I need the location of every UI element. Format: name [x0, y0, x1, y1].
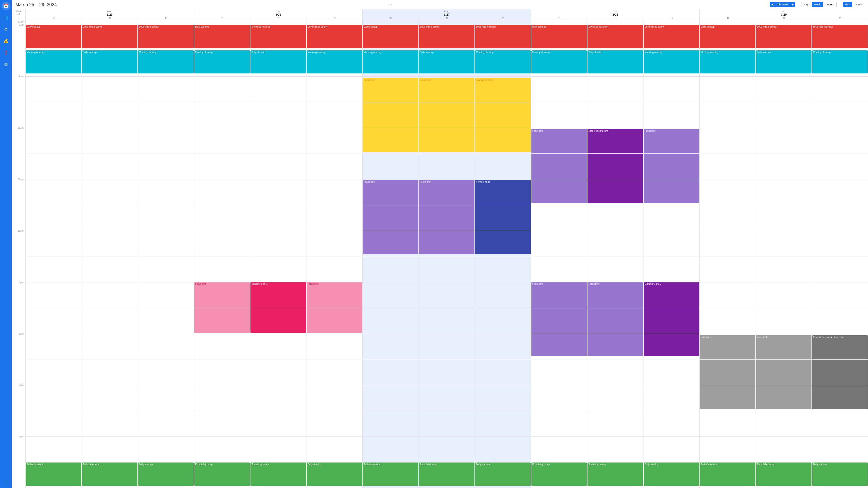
help-icon[interactable]: ❓ — [2, 49, 10, 57]
sidebar: 📅 👥 ⚙ 💰 ❓ ✉ 👤 — [0, 0, 12, 488]
event-thu-j2-leadership[interactable]: Leadership Meeting — [587, 129, 643, 203]
event-fri-j1-standup[interactable]: Daily standup — [700, 25, 755, 48]
event-tue-j3-mplan[interactable]: Morning planning — [307, 51, 362, 74]
event-mon-j3-standup[interactable]: Daily standup — [138, 462, 194, 486]
event-fri-j3-drive[interactable]: Drive kids to school — [812, 25, 868, 48]
event-thu-j3-mplan[interactable]: Morning planning — [644, 51, 700, 74]
week-nav-container: ◀ this week ▶ — [770, 2, 795, 7]
event-wed-j1-focus-purple[interactable]: Focus time — [363, 180, 418, 254]
event-thu-j3-focus-10[interactable]: Focus time — [644, 129, 700, 203]
event-fri-j2-standup[interactable]: Daily standup — [756, 51, 812, 74]
event-thu-j3-manager[interactable]: Manager 1-on-1 — [644, 282, 700, 356]
page-title: March 25 – 29, 2024 — [16, 2, 385, 7]
prev-week-button[interactable]: ◀ — [770, 2, 775, 7]
event-thu-j2-standup[interactable]: Daily standup — [587, 51, 643, 74]
people-icon[interactable]: 👥 — [2, 13, 10, 22]
event-wed-j1-mplan[interactable]: Morning planning — [363, 51, 418, 74]
event-thu-j2-drive[interactable]: Drive kids to school — [587, 25, 643, 48]
event-wed-j1-standup[interactable]: Daily standup — [363, 25, 418, 48]
calendar-icon[interactable]: 📅 — [2, 2, 10, 10]
event-tue-j2-recap[interactable]: End-of-day recap — [250, 462, 306, 486]
event-wed-j3-drive[interactable]: Drive kids to school — [475, 25, 531, 48]
event-fri-j2-drive[interactable]: Drive kids to school — [756, 25, 812, 48]
event-thu-j1-focus-10[interactable]: Focus time — [531, 129, 587, 203]
event-wed-j2-recap[interactable]: End-of-day recap — [419, 462, 475, 486]
event-wed-j1-recap[interactable]: End-of-day recap — [363, 462, 418, 486]
event-mon-j1-recap[interactable]: End-of-day recap — [26, 462, 81, 486]
view-day-button[interactable]: day — [802, 2, 811, 7]
event-thu-j3-drive[interactable]: Drive kids to school — [644, 25, 700, 48]
next-week-button[interactable]: ▶ — [790, 2, 795, 7]
event-tue-j2-drive[interactable]: Drive kids to school — [250, 25, 306, 48]
event-wed-j3-vendors[interactable]: Vendors audit — [475, 180, 531, 254]
header-mon: Mon 3/25 J1 J2 J3 — [25, 9, 194, 20]
event-mon-j3-mplan[interactable]: Morning planning — [138, 51, 194, 74]
header-tue: Tue 3/26 J1 J2 J3 — [194, 9, 363, 20]
event-mon-j1-standup[interactable]: Daily standup — [26, 25, 81, 48]
event-thu-j1-focus-1[interactable]: Focus time — [531, 282, 587, 356]
event-fri-j1-mplan[interactable]: Morning planning — [700, 51, 755, 74]
event-thu-j1-standup[interactable]: Daily standup — [531, 25, 587, 48]
mail-icon[interactable]: ✉ — [2, 61, 10, 69]
event-thu-j2-recap[interactable]: End-of-day recap — [587, 462, 643, 486]
event-wed-j3-standup[interactable]: Daily standup — [475, 462, 531, 486]
event-wed-j3-mplan[interactable]: Morning planning — [475, 51, 531, 74]
event-thu-j1-recap[interactable]: End-of-day recap — [531, 462, 587, 486]
event-fri-j1-lunch[interactable]: Late lunch — [700, 335, 755, 410]
event-wed-j2-focus-yellow[interactable]: Focus time — [419, 78, 475, 152]
event-fri-j3-product[interactable]: Product Development Review — [812, 335, 868, 410]
event-tue-j2-standup[interactable]: Daily standup — [250, 51, 306, 74]
this-week-label: this week — [775, 2, 790, 7]
view-week-button[interactable]: week — [812, 2, 823, 7]
event-fri-j3-mplan[interactable]: Morning planning — [812, 51, 868, 74]
header-wed: Wed 3/27 J1 J2 J3 — [362, 9, 531, 20]
event-thu-j2-focus-1[interactable]: Focus time — [587, 282, 643, 356]
event-tue-j3-focus[interactable]: Focus time — [307, 282, 362, 333]
event-tue-j2-manager[interactable]: Manager 1-on-1 — [250, 282, 306, 333]
event-wed-j2-focus-purple[interactable]: Focus time — [419, 180, 475, 254]
event-thu-j3-standup[interactable]: Daily standup — [644, 462, 700, 486]
view2-day-button[interactable]: day — [843, 2, 852, 7]
event-tue-j3-standup[interactable]: Daily standup — [307, 462, 362, 486]
header-fri: Fri 3/29 J1 J2 J3 — [700, 9, 868, 20]
view2-week-button[interactable]: week — [853, 2, 864, 7]
view-controls-2: day week — [843, 2, 864, 7]
event-fri-j2-recap[interactable]: End-of-day recap — [756, 462, 812, 486]
view-controls: day week month — [802, 2, 837, 7]
event-tue-j1-mplan[interactable]: Morning planning — [194, 51, 250, 74]
event-fri-j1-recap[interactable]: End-of-day recap — [700, 462, 755, 486]
user-avatar[interactable]: 👤 — [2, 478, 10, 486]
settings-icon[interactable]: ⚙ — [2, 25, 10, 33]
event-wed-j2-standup[interactable]: Daily standup — [419, 51, 475, 74]
event-thu-j1-mplan[interactable]: Morning planning — [531, 51, 587, 74]
event-fri-j2-lunch[interactable]: Late lunch — [756, 335, 812, 410]
event-fri-j3-standup[interactable]: Daily standup — [812, 462, 868, 486]
event-mon-j2-standup[interactable]: Daily standup — [82, 51, 138, 74]
event-mon-j3-drive[interactable]: Drive kids to school — [138, 25, 194, 48]
event-mon-j1-mplan[interactable]: Morning planning — [26, 51, 81, 74]
header-thu: Thu 3/28 J1 J2 J3 — [531, 9, 700, 20]
event-tue-j3-drive[interactable]: Drive kids to school — [307, 25, 362, 48]
calendar-grid: Week13 Mon 3/25 J1 J2 J3 Tue 3/26 — [12, 9, 868, 488]
event-tue-j1-standup[interactable]: Daily standup — [194, 25, 250, 48]
event-wed-j3-teamlead[interactable]: Team Lead 1-on-1 — [475, 78, 531, 152]
event-tue-j1-recap[interactable]: End-of-day recap — [194, 462, 250, 486]
main-content: March 25 – 29, 2024 Mon ◀ this week ▶ da… — [12, 0, 868, 488]
view-month-button[interactable]: month — [824, 2, 836, 7]
calendar-header: March 25 – 29, 2024 Mon ◀ this week ▶ da… — [12, 0, 868, 9]
event-mon-j2-recap[interactable]: End-of-day recap — [82, 462, 138, 486]
event-wed-j2-drive[interactable]: Drive kids to school — [419, 25, 475, 48]
event-mon-j2-drive[interactable]: Drive kids to school — [82, 25, 138, 48]
event-tue-j1-focus[interactable]: Focus time — [194, 282, 250, 333]
week-label: Mon — [388, 3, 393, 6]
event-wed-j1-focus-yellow[interactable]: Focus time — [363, 78, 418, 152]
money-icon[interactable]: 💰 — [2, 37, 10, 45]
